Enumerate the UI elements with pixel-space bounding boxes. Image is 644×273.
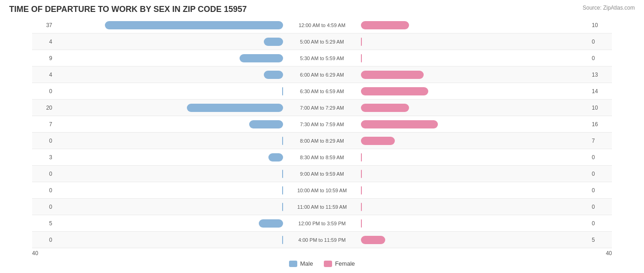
right-value: 7 <box>589 138 612 144</box>
bars-container: 5:30 AM to 5:59 AM <box>55 50 589 66</box>
axis-row: 40 40 <box>9 248 635 258</box>
bars-container: 8:00 AM to 8:29 AM <box>55 133 589 149</box>
left-value: 37 <box>32 22 55 28</box>
left-value: 0 <box>32 237 55 243</box>
male-bar-wrap <box>282 235 322 245</box>
left-value: 4 <box>32 72 55 78</box>
left-value: 7 <box>32 121 55 128</box>
female-bar <box>361 87 428 95</box>
female-bar <box>361 21 409 29</box>
female-legend-box <box>324 261 332 267</box>
bars-container: 9:00 AM to 9:59 AM <box>55 166 589 182</box>
legend: Male Female <box>9 260 635 267</box>
male-bar-wrap <box>187 103 322 113</box>
right-value: 0 <box>589 220 612 227</box>
chart-row: 5 12:00 PM to 3:59 PM 0 <box>32 215 612 232</box>
male-bar-wrap <box>240 53 322 63</box>
left-value: 20 <box>32 105 55 111</box>
left-value: 0 <box>32 88 55 95</box>
bars-container: 11:00 AM to 11:59 AM <box>55 199 589 215</box>
female-legend-label: Female <box>335 260 355 267</box>
female-bar <box>361 203 362 211</box>
male-bar <box>282 186 283 195</box>
chart-row: 0 9:00 AM to 9:59 AM 0 <box>32 166 612 182</box>
legend-male: Male <box>289 260 313 267</box>
male-bar-wrap <box>282 86 322 96</box>
right-value: 0 <box>589 39 612 45</box>
bars-container: 12:00 PM to 3:59 PM <box>55 215 589 231</box>
chart-row: 0 8:00 AM to 8:29 AM 7 <box>32 133 612 149</box>
male-bar-wrap <box>282 136 322 146</box>
male-bar <box>259 219 283 228</box>
right-value: 0 <box>589 55 612 61</box>
female-bar-wrap <box>322 119 438 129</box>
chart-row: 0 10:00 AM to 10:59 AM 0 <box>32 182 612 199</box>
male-bar-wrap <box>282 202 322 212</box>
right-value: 0 <box>589 171 612 177</box>
male-bar <box>264 38 283 46</box>
male-bar-wrap <box>264 37 322 47</box>
chart-row: 3 8:30 AM to 8:59 AM 0 <box>32 149 612 166</box>
female-bar-wrap <box>322 218 362 228</box>
female-bar <box>361 236 385 244</box>
male-bar-wrap <box>268 152 322 162</box>
left-value: 9 <box>32 55 55 61</box>
female-bar-wrap <box>322 70 424 80</box>
right-value: 5 <box>589 237 612 243</box>
female-bar <box>361 120 438 128</box>
male-legend-label: Male <box>300 260 313 267</box>
male-bar-wrap <box>264 70 322 80</box>
female-bar <box>361 137 395 145</box>
female-bar <box>361 186 362 195</box>
male-bar-wrap <box>282 185 322 195</box>
bars-container: 7:00 AM to 7:29 AM <box>55 100 589 116</box>
male-legend-box <box>289 261 297 267</box>
right-value: 0 <box>589 187 612 194</box>
female-bar <box>361 170 362 178</box>
left-value: 0 <box>32 138 55 144</box>
chart-row: 0 6:30 AM to 6:59 AM 14 <box>32 83 612 100</box>
right-value: 14 <box>589 88 612 95</box>
right-value: 16 <box>589 121 612 128</box>
chart-row: 4 5:00 AM to 5:29 AM 0 <box>32 33 612 50</box>
right-value: 0 <box>589 154 612 161</box>
axis-right: 40 <box>606 250 612 256</box>
bars-container: 7:30 AM to 7:59 AM <box>55 116 589 132</box>
male-bar <box>282 87 283 95</box>
female-bar-wrap <box>322 169 362 179</box>
chart-row: 0 4:00 PM to 11:59 PM 5 <box>32 232 612 248</box>
bars-container: 6:30 AM to 6:59 AM <box>55 83 589 99</box>
male-bar-wrap <box>105 20 322 30</box>
female-bar-wrap <box>322 86 428 96</box>
chart-row: 4 6:00 AM to 6:29 AM 13 <box>32 67 612 83</box>
female-bar-wrap <box>322 136 395 146</box>
female-bar <box>361 38 362 46</box>
male-bar <box>282 203 283 211</box>
left-value: 0 <box>32 187 55 194</box>
legend-female: Female <box>324 260 355 267</box>
male-bar <box>105 21 283 29</box>
bars-container: 6:00 AM to 6:29 AM <box>55 67 589 83</box>
axis-left: 40 <box>32 250 38 256</box>
female-bar <box>361 219 362 228</box>
chart-title: TIME OF DEPARTURE TO WORK BY SEX IN ZIP … <box>9 5 247 14</box>
chart-row: 9 5:30 AM to 5:59 AM 0 <box>32 50 612 67</box>
chart-row: 7 7:30 AM to 7:59 AM 16 <box>32 116 612 133</box>
female-bar-wrap <box>322 185 362 195</box>
female-bar-wrap <box>322 37 362 47</box>
chart-row: 37 12:00 AM to 4:59 AM 10 <box>32 17 612 33</box>
female-bar-wrap <box>322 235 385 245</box>
female-bar-wrap <box>322 152 362 162</box>
male-bar-wrap <box>259 218 322 228</box>
left-value: 3 <box>32 154 55 161</box>
female-bar-wrap <box>322 202 362 212</box>
right-value: 10 <box>589 22 612 28</box>
female-bar-wrap <box>322 53 362 63</box>
right-value: 13 <box>589 72 612 78</box>
male-bar <box>282 236 283 244</box>
left-value: 0 <box>32 204 55 210</box>
female-bar <box>361 71 424 79</box>
male-bar <box>268 153 283 162</box>
bars-container: 12:00 AM to 4:59 AM <box>55 17 589 33</box>
bars-container: 8:30 AM to 8:59 AM <box>55 149 589 165</box>
